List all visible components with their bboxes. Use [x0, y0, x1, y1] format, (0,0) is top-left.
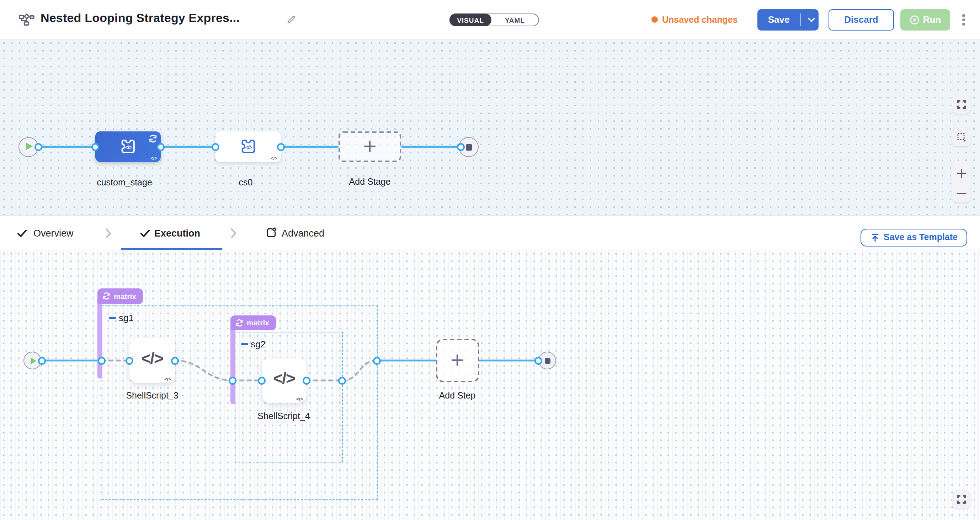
- connector: [161, 146, 215, 147]
- step-label: ShellScript_3: [92, 391, 213, 401]
- check-icon: [17, 228, 27, 238]
- marquee-select-icon: [956, 132, 966, 142]
- port: [277, 143, 285, 151]
- save-as-template-button[interactable]: Save as Template: [861, 228, 967, 246]
- save-as-template-label: Save as Template: [884, 232, 958, 242]
- plus-icon: [363, 141, 375, 153]
- code-glyph: </>: [125, 144, 132, 151]
- toggle-visual[interactable]: VISUAL: [449, 14, 492, 26]
- save-button[interactable]: Save: [757, 9, 819, 30]
- port: [35, 143, 42, 151]
- save-label[interactable]: Save: [757, 9, 800, 30]
- stop-icon: [544, 358, 550, 363]
- tab-execution[interactable]: Execution: [154, 228, 200, 239]
- port: [171, 357, 178, 365]
- fullscreen-icon: [956, 100, 966, 109]
- port: [126, 357, 134, 365]
- zoom-in-button[interactable]: [956, 168, 966, 178]
- run-play-icon: [910, 15, 920, 25]
- zoom-out-button[interactable]: [956, 192, 966, 196]
- connector: [401, 146, 461, 147]
- advanced-tab-icon: [265, 227, 277, 239]
- visual-yaml-toggle[interactable]: VISUAL YAML: [449, 14, 539, 26]
- shell-script-icon: </>: [141, 349, 163, 368]
- upload-icon: [870, 233, 879, 242]
- port: [457, 143, 465, 151]
- tab-overview[interactable]: Overview: [33, 228, 73, 239]
- port: [302, 376, 310, 384]
- add-stage-button[interactable]: [338, 131, 401, 162]
- play-icon: [30, 357, 36, 364]
- connector: [38, 146, 95, 147]
- code-glyph: </>: [245, 144, 252, 151]
- execution-canvas[interactable]: matrix sg1 matrix sg2: [0, 250, 980, 520]
- step-node-shellscript-3[interactable]: </> </>: [129, 338, 175, 383]
- connector: [281, 146, 338, 147]
- pipeline-studio: Nested Looping Strategy Expres... VISUAL…: [0, 0, 980, 520]
- step-label: ShellScript_4: [223, 411, 344, 421]
- add-step-label: Add Step: [397, 391, 518, 401]
- active-tab-underline: [121, 248, 222, 250]
- play-icon: [26, 143, 32, 150]
- looping-strategy-icon: [149, 134, 157, 143]
- step-node-shellscript-4[interactable]: </> </>: [261, 358, 307, 403]
- add-stage-label: Add Stage: [309, 177, 430, 187]
- pipeline-icon: [19, 11, 35, 28]
- code-badge: </>: [164, 376, 171, 382]
- port: [373, 357, 381, 365]
- multi-select-button[interactable]: [952, 128, 971, 146]
- fullscreen-button[interactable]: [952, 95, 971, 114]
- save-divider: [800, 13, 801, 26]
- fullscreen-button[interactable]: [952, 490, 971, 509]
- port: [212, 143, 220, 151]
- check-icon: [140, 228, 150, 238]
- header-bar: Nested Looping Strategy Expres... VISUAL…: [0, 0, 980, 40]
- discard-button[interactable]: Discard: [829, 9, 894, 30]
- code-badge: </>: [150, 155, 157, 160]
- stage-label: custom_stage: [64, 178, 185, 187]
- run-label: Run: [923, 14, 941, 25]
- fullscreen-icon: [956, 495, 966, 504]
- code-badge: </>: [270, 155, 277, 160]
- save-dropdown[interactable]: [804, 9, 819, 30]
- custom-stage-icon: </>: [239, 137, 258, 156]
- port: [98, 357, 106, 365]
- stage-canvas[interactable]: </> </> </> </>: [0, 39, 980, 215]
- zoom-panel: [952, 161, 971, 203]
- port: [535, 357, 542, 365]
- custom-stage-icon: </>: [118, 137, 138, 156]
- tab-advanced[interactable]: Advanced: [282, 228, 324, 239]
- discard-label: Discard: [844, 14, 878, 25]
- port: [229, 376, 237, 384]
- port: [91, 143, 99, 151]
- stage-tab-bar: Overview Execution Advanced Save as Temp…: [0, 215, 980, 250]
- toggle-yaml[interactable]: YAML: [492, 14, 538, 25]
- stage-node-cs0[interactable]: </> </>: [215, 131, 281, 162]
- code-badge: </>: [296, 396, 303, 401]
- port: [258, 376, 265, 384]
- add-step-button[interactable]: [436, 339, 479, 382]
- run-button[interactable]: Run: [900, 9, 950, 30]
- port: [157, 143, 165, 151]
- more-options-menu[interactable]: [959, 12, 968, 28]
- port: [38, 357, 46, 365]
- execution-connectors: [0, 250, 980, 520]
- edit-pencil-icon[interactable]: [286, 14, 297, 25]
- unsaved-changes-label: Unsaved changes: [662, 14, 738, 24]
- stage-node-custom-stage[interactable]: </> </>: [95, 131, 161, 162]
- plus-icon: [452, 355, 464, 366]
- shell-script-icon: </>: [273, 369, 295, 388]
- unsaved-dot: [651, 16, 658, 23]
- stage-label: cs0: [185, 178, 306, 187]
- chevron-down-icon: [808, 18, 815, 22]
- page-title: Nested Looping Strategy Expres...: [41, 11, 240, 25]
- port: [338, 376, 346, 384]
- chevron-right-icon: [105, 228, 111, 238]
- chevron-right-icon: [231, 228, 237, 238]
- stop-icon: [466, 144, 472, 150]
